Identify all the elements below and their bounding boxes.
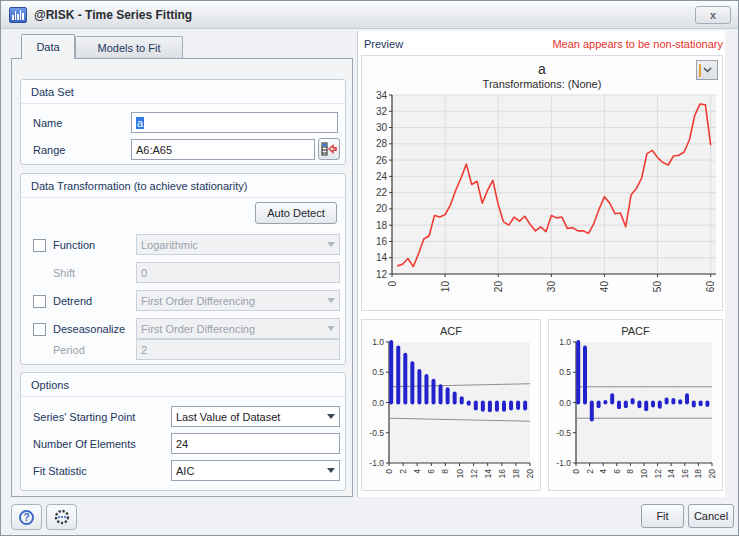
svg-text:20: 20 bbox=[707, 469, 717, 479]
fit-statistic-value: AIC bbox=[176, 465, 194, 477]
chart-title: a bbox=[362, 61, 722, 77]
svg-text:18: 18 bbox=[376, 220, 388, 231]
options-header: Options bbox=[21, 373, 345, 397]
options-group: Options Series' Starting Point Last Valu… bbox=[20, 372, 346, 491]
help-button[interactable]: ? bbox=[11, 504, 42, 530]
deseasonalize-checkbox[interactable] bbox=[33, 323, 46, 336]
function-checkbox[interactable] bbox=[33, 239, 46, 252]
svg-text:30: 30 bbox=[376, 122, 388, 133]
svg-text:2: 2 bbox=[585, 469, 595, 474]
data-set-group: Data Set Name a Range A6:A65 bbox=[20, 79, 346, 165]
auto-detect-button[interactable]: Auto Detect bbox=[255, 202, 337, 224]
svg-text:24: 24 bbox=[376, 171, 388, 182]
range-picker-icon bbox=[321, 142, 337, 156]
deseasonalize-select[interactable]: First Order Differencing bbox=[136, 318, 340, 339]
period-input-value: 2 bbox=[141, 344, 147, 356]
transformation-header: Data Transformation (to achieve stationa… bbox=[21, 174, 345, 198]
data-set-header: Data Set bbox=[21, 80, 345, 104]
fit-statistic-select[interactable]: AIC bbox=[171, 460, 340, 481]
svg-text:32: 32 bbox=[376, 106, 388, 117]
chevron-down-icon bbox=[327, 298, 335, 303]
chart-subtitle: Transformations: (None) bbox=[362, 78, 722, 90]
svg-text:2: 2 bbox=[398, 469, 408, 474]
svg-text:22: 22 bbox=[376, 187, 388, 198]
elements-input[interactable]: 24 bbox=[171, 433, 340, 454]
svg-text:0.5: 0.5 bbox=[559, 367, 571, 377]
shift-input[interactable]: 0 bbox=[136, 262, 340, 283]
svg-text:26: 26 bbox=[376, 155, 388, 166]
risk-histogram-icon bbox=[9, 7, 27, 23]
name-input-value: a bbox=[136, 117, 144, 129]
transformation-group: Data Transformation (to achieve stationa… bbox=[20, 173, 346, 365]
fit-button[interactable]: Fit bbox=[641, 504, 684, 528]
svg-text:10: 10 bbox=[455, 469, 465, 479]
svg-text:40: 40 bbox=[599, 281, 610, 293]
starting-point-value: Last Value of Dataset bbox=[176, 411, 280, 423]
starting-point-select[interactable]: Last Value of Dataset bbox=[171, 406, 340, 427]
svg-text:6: 6 bbox=[612, 469, 622, 474]
function-select[interactable]: Logarithmic bbox=[136, 234, 340, 255]
focus-accent bbox=[699, 64, 701, 77]
svg-text:10: 10 bbox=[639, 469, 649, 479]
svg-text:1.0: 1.0 bbox=[559, 337, 571, 347]
svg-text:-1.0: -1.0 bbox=[369, 458, 384, 468]
range-label: Range bbox=[33, 144, 65, 156]
preview-panel: Preview Mean appears to be non-stationar… bbox=[357, 31, 725, 497]
close-icon[interactable]: x bbox=[695, 6, 731, 24]
settings-button[interactable] bbox=[46, 504, 77, 530]
svg-text:-1.0: -1.0 bbox=[556, 458, 571, 468]
svg-text:4: 4 bbox=[412, 469, 422, 474]
chevron-down-icon bbox=[327, 414, 335, 419]
svg-text:10: 10 bbox=[440, 281, 451, 293]
pacf-plot: 1.00.50.0-0.5-1.002468101214161820 bbox=[549, 337, 720, 487]
starting-point-label: Series' Starting Point bbox=[33, 411, 135, 423]
svg-text:0.0: 0.0 bbox=[559, 398, 571, 408]
range-picker-button[interactable] bbox=[318, 138, 340, 160]
time-series-chart-card: a Transformations: (None) 34323028262422… bbox=[361, 55, 723, 311]
gear-icon bbox=[53, 508, 71, 526]
svg-text:18: 18 bbox=[511, 469, 521, 479]
svg-text:12: 12 bbox=[376, 269, 388, 280]
svg-text:0.5: 0.5 bbox=[372, 367, 384, 377]
svg-text:8: 8 bbox=[625, 469, 635, 474]
acf-chart-card: ACF 1.00.50.0-0.5-1.002468101214161820 bbox=[361, 319, 541, 491]
svg-text:4: 4 bbox=[598, 469, 608, 474]
detrend-select-value: First Order Differencing bbox=[141, 295, 255, 307]
svg-text:28: 28 bbox=[376, 138, 388, 149]
svg-text:34: 34 bbox=[376, 90, 388, 101]
svg-text:8: 8 bbox=[440, 469, 450, 474]
svg-text:0: 0 bbox=[384, 469, 394, 474]
svg-text:0: 0 bbox=[571, 469, 581, 474]
function-label: Function bbox=[53, 239, 95, 251]
chevron-down-icon bbox=[703, 67, 712, 73]
title-bar: @RISK - Time Series Fitting x bbox=[1, 1, 738, 29]
svg-text:12: 12 bbox=[469, 469, 479, 479]
svg-text:20: 20 bbox=[376, 203, 388, 214]
deseasonalize-select-value: First Order Differencing bbox=[141, 323, 255, 335]
data-tab-page: Data Set Name a Range A6:A65 bbox=[11, 58, 353, 497]
svg-text:6: 6 bbox=[426, 469, 436, 474]
cancel-button[interactable]: Cancel bbox=[688, 504, 734, 528]
svg-text:1.0: 1.0 bbox=[372, 337, 384, 347]
tab-models-to-fit[interactable]: Models to Fit bbox=[75, 36, 183, 59]
pacf-chart-card: PACF 1.00.50.0-0.5-1.002468101214161820 bbox=[548, 319, 723, 491]
range-input-value: A6:A65 bbox=[136, 144, 172, 156]
time-series-fitting-dialog: @RISK - Time Series Fitting x Data Model… bbox=[0, 0, 739, 536]
svg-text:16: 16 bbox=[497, 469, 507, 479]
detrend-select[interactable]: First Order Differencing bbox=[136, 290, 340, 311]
name-input[interactable]: a bbox=[131, 112, 338, 133]
svg-text:18: 18 bbox=[693, 469, 703, 479]
detrend-checkbox[interactable] bbox=[33, 295, 46, 308]
svg-text:16: 16 bbox=[376, 236, 388, 247]
tab-data[interactable]: Data bbox=[21, 34, 75, 59]
chart-options-dropdown[interactable] bbox=[696, 60, 718, 80]
chevron-down-icon bbox=[327, 242, 335, 247]
range-input[interactable]: A6:A65 bbox=[131, 139, 315, 160]
svg-text:30: 30 bbox=[546, 281, 557, 293]
svg-text:0: 0 bbox=[387, 281, 398, 287]
svg-text:14: 14 bbox=[483, 469, 493, 479]
period-input[interactable]: 2 bbox=[136, 339, 340, 360]
svg-text:-0.5: -0.5 bbox=[369, 428, 384, 438]
svg-text:20: 20 bbox=[525, 469, 535, 479]
svg-text:12: 12 bbox=[653, 469, 663, 479]
